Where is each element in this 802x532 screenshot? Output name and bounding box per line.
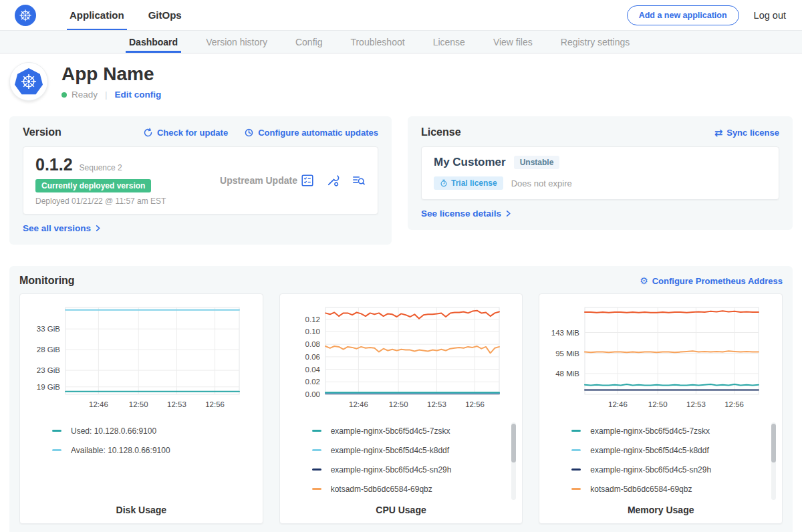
legend-label: Available: 10.128.0.66:9100	[71, 446, 170, 455]
deployed-badge: Currently deployed version	[35, 179, 151, 192]
legend-label: example-nginx-5bc6f5d4c5-7zskx	[331, 426, 450, 436]
sync-icon: ⇄	[714, 128, 723, 138]
svg-text:0.02: 0.02	[305, 378, 319, 386]
check-for-update-label: Check for update	[157, 128, 228, 138]
tab-dashboard[interactable]: Dashboard	[115, 31, 192, 53]
tab-view-files[interactable]: View files	[479, 31, 547, 53]
version-card-title: Version	[23, 126, 61, 138]
kubernetes-logo[interactable]	[15, 5, 36, 26]
chart-plot: 12:4612:5012:5312:5633 GiB28 GiB23 GiB19…	[23, 301, 247, 414]
svg-text:95 MiB: 95 MiB	[556, 350, 580, 358]
svg-text:28 GiB: 28 GiB	[37, 346, 60, 354]
svg-text:12:53: 12:53	[167, 400, 186, 408]
page-title: App Name	[61, 63, 161, 85]
legend-item: example-nginx-5bc6f5d4c5-7zskx	[312, 421, 520, 440]
legend-scrollbar[interactable]	[511, 422, 516, 500]
chart-plot: 12:4612:5012:5312:560.120.100.080.060.04…	[283, 301, 507, 414]
deploy-logs-icon[interactable]	[351, 173, 366, 188]
svg-text:12:46: 12:46	[89, 400, 108, 408]
edit-config-link[interactable]: Edit config	[115, 90, 162, 100]
legend-scrollbar-thumb[interactable]	[511, 424, 516, 462]
svg-text:0.10: 0.10	[305, 327, 319, 336]
tab-troubleshoot[interactable]: Troubleshoot	[336, 31, 418, 53]
ship-wheel-icon	[20, 73, 37, 90]
sync-license-link[interactable]: ⇄ Sync license	[714, 128, 779, 138]
gear-icon: ⚙	[640, 276, 648, 285]
svg-text:19 GiB: 19 GiB	[37, 383, 60, 391]
status-dot	[61, 92, 67, 98]
config-wrench-icon[interactable]	[325, 173, 340, 188]
version-card: Version Check for update Configure autom…	[9, 116, 392, 245]
top-nav-tabs: Application GitOps	[57, 0, 194, 30]
tab-registry-settings[interactable]: Registry settings	[547, 31, 644, 53]
chart-title: Disk Usage	[23, 505, 260, 515]
chart-title: Memory Usage	[542, 505, 779, 515]
configure-prometheus-link[interactable]: ⚙ Configure Prometheus Address	[640, 276, 783, 286]
see-all-versions-label: See all versions	[23, 223, 91, 233]
sync-license-label: Sync license	[726, 128, 779, 138]
legend-scrollbar[interactable]	[771, 422, 776, 500]
legend-label: example-nginx-5bc6f5d4c5-sn29h	[331, 465, 452, 475]
tab-license[interactable]: License	[419, 31, 479, 53]
chevron-right-icon	[505, 210, 512, 217]
legend-swatch	[312, 488, 321, 490]
legend-label: kotsadm-5db6dc6584-69qbz	[590, 485, 692, 494]
svg-text:0.06: 0.06	[305, 353, 319, 361]
svg-text:0.08: 0.08	[305, 340, 319, 348]
chart-area: 12:4612:5012:5312:560.120.100.080.060.04…	[283, 301, 520, 416]
chart-title: CPU Usage	[283, 505, 520, 515]
legend-swatch	[571, 449, 581, 451]
svg-text:12:53: 12:53	[686, 400, 706, 408]
configure-automatic-updates-link[interactable]: Configure automatic updates	[244, 128, 378, 138]
svg-text:12:50: 12:50	[648, 400, 668, 408]
cpu-usage-chart-card: 12:4612:5012:5312:560.120.100.080.060.04…	[279, 293, 523, 524]
legend-swatch	[571, 430, 581, 432]
svg-text:143 MiB: 143 MiB	[551, 329, 580, 337]
deployed-timestamp: Deployed 01/21/22 @ 11:57 am EST	[35, 196, 217, 206]
legend-item: example-nginx-5bc6f5d4c5-7zskx	[571, 421, 779, 440]
legend-swatch	[312, 430, 321, 432]
svg-text:12:56: 12:56	[465, 400, 485, 408]
top-nav-tab-application[interactable]: Application	[57, 0, 136, 30]
legend-label: example-nginx-5bc6f5d4c5-sn29h	[590, 465, 711, 475]
svg-text:12:56: 12:56	[205, 400, 225, 408]
chart-legend: Used: 10.128.0.66:9100Available: 10.128.…	[52, 421, 260, 460]
svg-text:12:50: 12:50	[129, 400, 148, 408]
check-for-update-link[interactable]: Check for update	[143, 128, 228, 138]
version-sequence: Sequence 2	[80, 163, 122, 172]
legend-label: example-nginx-5bc6f5d4c5-k8ddf	[331, 446, 449, 455]
license-card: License ⇄ Sync license My Customer Unsta…	[408, 116, 793, 230]
top-nav-tab-gitops[interactable]: GitOps	[136, 0, 194, 30]
stopwatch-icon	[440, 179, 448, 187]
svg-text:12:46: 12:46	[608, 400, 628, 408]
legend-item: example-nginx-5bc6f5d4c5-k8ddf	[571, 440, 779, 460]
ship-wheel-icon	[19, 9, 32, 22]
legend-item: Available: 10.128.0.66:9100	[52, 440, 260, 460]
see-all-versions-link[interactable]: See all versions	[23, 223, 102, 233]
legend-label: kotsadm-5db6dc6584-69qbz	[331, 485, 432, 494]
chart-plot: 12:4612:5012:5312:56143 MiB95 MiB48 MiB	[542, 301, 767, 414]
license-expiration: Does not expire	[511, 178, 572, 188]
see-license-details-link[interactable]: See license details	[421, 209, 512, 219]
logout-button[interactable]: Log out	[754, 10, 786, 21]
chart-area: 12:4612:5012:5312:56143 MiB95 MiB48 MiB	[542, 301, 779, 416]
legend-swatch	[312, 469, 321, 471]
current-version-row: 0.1.2 Sequence 2 Currently deployed vers…	[23, 146, 378, 215]
add-application-button[interactable]: Add a new application	[627, 5, 739, 25]
preflight-checklist-icon[interactable]	[300, 173, 315, 188]
refresh-icon	[143, 128, 153, 138]
license-type-label: Trial license	[451, 178, 497, 188]
svg-text:12:53: 12:53	[427, 400, 446, 408]
clock-update-icon	[244, 128, 254, 138]
kubernetes-heptagon-icon	[15, 68, 43, 95]
legend-item: Used: 10.128.0.66:9100	[52, 421, 260, 440]
chart-legend: example-nginx-5bc6f5d4c5-7zskxexample-ng…	[312, 421, 520, 499]
tab-config[interactable]: Config	[281, 31, 336, 53]
legend-swatch	[312, 449, 321, 451]
legend-label: Used: 10.128.0.66:9100	[71, 426, 156, 436]
customer-name: My Customer	[434, 156, 506, 169]
legend-scrollbar-thumb[interactable]	[771, 424, 776, 462]
legend-swatch	[52, 449, 61, 451]
svg-text:12:46: 12:46	[349, 400, 368, 408]
tab-version-history[interactable]: Version history	[192, 31, 281, 53]
